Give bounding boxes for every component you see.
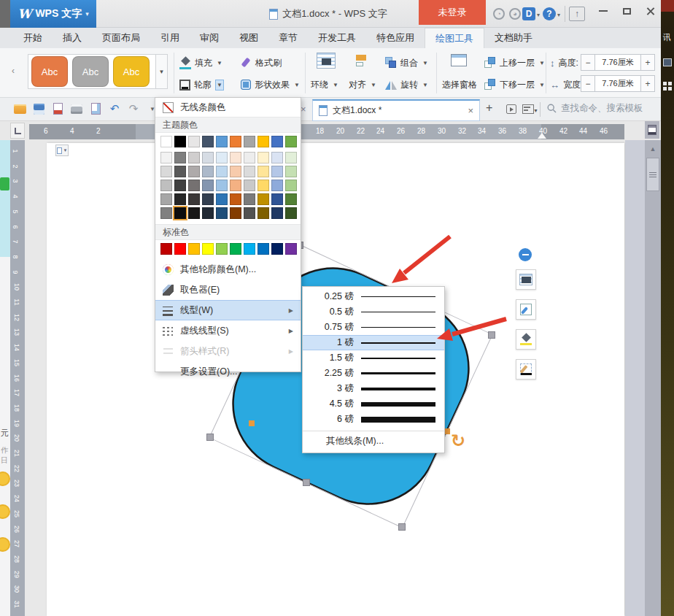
help-button[interactable]: ? bbox=[543, 7, 556, 20]
ribbon-tab-3[interactable]: 页面布局 bbox=[92, 28, 150, 48]
line-weight-option[interactable]: 0.25 磅 bbox=[303, 289, 444, 304]
export-pdf-icon[interactable] bbox=[51, 102, 64, 115]
ribbon-tab-5[interactable]: 审阅 bbox=[190, 28, 229, 48]
print-preview-icon[interactable] bbox=[89, 102, 102, 115]
style-tool-button[interactable] bbox=[516, 299, 536, 320]
color-swatch[interactable] bbox=[285, 193, 297, 205]
color-swatch[interactable] bbox=[174, 166, 186, 177]
color-swatch[interactable] bbox=[230, 243, 241, 255]
color-swatch[interactable] bbox=[230, 180, 241, 191]
color-swatch[interactable] bbox=[257, 207, 269, 219]
selection-pane-button[interactable]: 选择窗格 bbox=[442, 76, 477, 93]
active-document-tab[interactable]: 文档1.docx * × bbox=[312, 99, 480, 121]
color-swatch[interactable] bbox=[285, 180, 297, 191]
color-swatch[interactable] bbox=[285, 207, 297, 219]
color-swatch[interactable] bbox=[271, 243, 283, 255]
color-swatch[interactable] bbox=[160, 152, 172, 163]
width-increase-button[interactable]: + bbox=[640, 75, 655, 92]
color-swatch[interactable] bbox=[257, 136, 269, 147]
color-swatch[interactable] bbox=[160, 136, 172, 147]
color-swatch[interactable] bbox=[188, 193, 200, 205]
color-swatch[interactable] bbox=[244, 243, 255, 255]
line-weight-option[interactable]: 4.5 磅 bbox=[303, 396, 444, 412]
docer-button[interactable]: D bbox=[522, 7, 535, 20]
close-button[interactable] bbox=[639, 0, 661, 22]
color-swatch[interactable] bbox=[216, 243, 228, 255]
color-swatch[interactable] bbox=[257, 243, 269, 255]
wrap-button[interactable]: 环绕▼ bbox=[311, 76, 339, 93]
ribbon-tab-2[interactable]: 插入 bbox=[53, 28, 92, 48]
open-file-icon[interactable] bbox=[13, 102, 26, 115]
play-macro-icon[interactable] bbox=[506, 104, 516, 114]
color-swatch[interactable] bbox=[244, 180, 255, 191]
save-icon[interactable] bbox=[32, 102, 45, 115]
color-swatch[interactable] bbox=[216, 193, 228, 205]
height-increase-button[interactable]: + bbox=[640, 54, 655, 71]
color-swatch[interactable] bbox=[230, 136, 241, 147]
color-swatch[interactable] bbox=[257, 166, 269, 177]
color-swatch[interactable] bbox=[202, 152, 214, 163]
color-swatch[interactable] bbox=[257, 180, 269, 191]
shape-style-option-2[interactable]: Abc bbox=[72, 56, 109, 87]
group-button[interactable]: 组合▼ bbox=[385, 54, 429, 72]
ribbon-tab-10[interactable]: 绘图工具 bbox=[425, 28, 484, 48]
color-swatch[interactable] bbox=[244, 152, 255, 163]
color-swatch[interactable] bbox=[244, 136, 255, 147]
shape-effects-button[interactable]: 形状效果▼ bbox=[241, 76, 301, 93]
color-swatch[interactable] bbox=[271, 152, 283, 163]
redo-icon[interactable]: ↷ bbox=[127, 102, 140, 115]
width-decrease-button[interactable]: − bbox=[581, 75, 595, 92]
color-swatch[interactable] bbox=[244, 193, 255, 205]
color-swatch[interactable] bbox=[188, 180, 200, 191]
color-swatch[interactable] bbox=[230, 166, 241, 177]
new-tab-button[interactable]: + bbox=[486, 101, 492, 115]
line-weight-option[interactable]: 0.5 磅 bbox=[303, 304, 444, 320]
close-tab-icon[interactable]: × bbox=[468, 105, 473, 116]
titlebar-circle-icon-1[interactable]: ◔ bbox=[493, 8, 505, 20]
height-decrease-button[interactable]: − bbox=[581, 54, 595, 71]
skin-button[interactable]: ↑ bbox=[569, 7, 585, 21]
ribbon-tab-6[interactable]: 视图 bbox=[229, 28, 268, 48]
menu-item[interactable]: 线型(W)▶ bbox=[155, 300, 301, 320]
color-swatch[interactable] bbox=[230, 152, 241, 163]
align-button[interactable]: 对齐▼ bbox=[349, 76, 377, 93]
color-swatch[interactable] bbox=[188, 152, 200, 163]
shape-style-option-1[interactable]: Abc bbox=[31, 56, 68, 87]
color-swatch[interactable] bbox=[271, 136, 283, 147]
color-swatch[interactable] bbox=[244, 166, 255, 177]
color-swatch[interactable] bbox=[202, 180, 214, 191]
outline-button[interactable]: 轮廓▼ bbox=[179, 76, 224, 93]
wrap-tool-button[interactable] bbox=[516, 269, 536, 290]
login-button[interactable]: 未登录 bbox=[419, 0, 486, 25]
color-swatch[interactable] bbox=[216, 136, 228, 147]
height-value[interactable]: 7.76厘米 bbox=[595, 54, 640, 71]
format-painter-button[interactable]: 格式刷 bbox=[241, 54, 282, 72]
ribbon-tab-11[interactable]: 文档助手 bbox=[484, 28, 543, 48]
app-menu-button[interactable]: W WPS 文字 ▾ bbox=[10, 0, 96, 28]
chevron-down-icon[interactable]: ▼ bbox=[215, 80, 224, 91]
rotate-button[interactable]: 旋转▼ bbox=[385, 76, 429, 93]
undo-icon[interactable]: ↶ bbox=[108, 102, 121, 115]
color-swatch[interactable] bbox=[160, 243, 172, 255]
collapse-tools-button[interactable] bbox=[519, 248, 532, 261]
tab-stop-selector[interactable] bbox=[10, 123, 25, 139]
menu-item-more-lines[interactable]: 其他线条(M)... bbox=[303, 431, 444, 451]
color-swatch[interactable] bbox=[285, 152, 297, 163]
paste-options-icon[interactable]: ▼ bbox=[55, 145, 69, 156]
color-swatch[interactable] bbox=[202, 166, 214, 177]
color-swatch[interactable] bbox=[202, 136, 214, 147]
command-search[interactable]: 查找命令、搜索模板 bbox=[547, 102, 643, 115]
ribbon-tab-1[interactable]: 开始 bbox=[13, 28, 53, 48]
color-swatch[interactable] bbox=[216, 166, 228, 177]
color-swatch[interactable] bbox=[188, 136, 200, 147]
color-swatch[interactable] bbox=[202, 207, 214, 219]
line-weight-option[interactable]: 0.75 磅 bbox=[303, 320, 444, 335]
color-swatch[interactable] bbox=[285, 243, 297, 255]
maximize-button[interactable] bbox=[616, 0, 638, 22]
page-settings-icon[interactable] bbox=[645, 121, 659, 139]
bring-forward-button[interactable]: 上移一层▼ bbox=[484, 54, 546, 72]
color-swatch[interactable] bbox=[230, 193, 241, 205]
minimize-button[interactable] bbox=[592, 0, 614, 22]
line-weight-option[interactable]: 1 磅 bbox=[303, 335, 444, 350]
color-swatch[interactable] bbox=[160, 193, 172, 205]
